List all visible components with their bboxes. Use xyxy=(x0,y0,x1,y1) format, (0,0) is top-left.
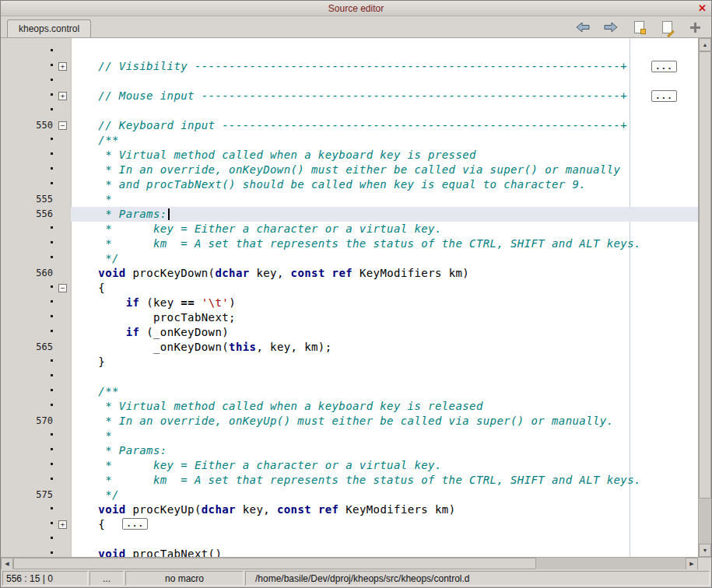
code-text[interactable]: * In an override, onKeyUp() must either … xyxy=(71,414,698,429)
code-text[interactable]: /** xyxy=(71,384,698,399)
code-line[interactable]: */ xyxy=(1,251,698,266)
code-line[interactable] xyxy=(1,369,698,384)
horizontal-scrollbar[interactable]: ◀ ▶ xyxy=(1,557,711,569)
code-line[interactable]: * Virtual method called when a keyboard … xyxy=(1,148,698,163)
next-location-icon[interactable] xyxy=(602,19,619,36)
code-line[interactable]: 560 void procKeyDown(dchar key, const re… xyxy=(1,266,698,281)
code-line[interactable]: + // Mouse input -----------------------… xyxy=(1,89,698,103)
line-number xyxy=(1,384,57,399)
code-line[interactable]: + // Visibility ------------------------… xyxy=(1,59,698,74)
code-text[interactable]: /** xyxy=(71,133,698,148)
code-line[interactable]: 570 * In an override, onKeyUp() must eit… xyxy=(1,414,698,429)
code-line[interactable]: if (key == '\t') xyxy=(1,296,698,310)
code-line[interactable]: * key = Either a character or a virtual … xyxy=(1,458,698,473)
code-line[interactable]: * km = A set that represents the status … xyxy=(1,236,698,251)
code-text[interactable]: if (_onKeyDown) xyxy=(71,325,698,340)
code-text[interactable]: * In an override, onKeyDown() must eithe… xyxy=(71,163,698,177)
tab-kheops-control[interactable]: kheops.control xyxy=(7,19,91,37)
code-line[interactable]: 556 * Params: xyxy=(1,207,698,222)
code-text[interactable]: */ xyxy=(71,488,698,502)
code-text[interactable] xyxy=(71,74,698,89)
vertical-scroll-thumb[interactable] xyxy=(699,51,711,499)
line-number xyxy=(1,44,57,59)
code-line[interactable] xyxy=(1,74,698,89)
code-text[interactable] xyxy=(71,532,698,547)
code-text[interactable]: * and procTabNext() should be called whe… xyxy=(71,177,698,192)
code-text[interactable]: * Params: xyxy=(71,443,698,458)
code-line[interactable]: * xyxy=(1,429,698,443)
code-line[interactable]: procTabNext; xyxy=(1,310,698,325)
code-line[interactable] xyxy=(1,532,698,547)
fold-expand-icon[interactable]: + xyxy=(58,520,67,529)
code-text[interactable]: * Params: xyxy=(71,207,698,222)
code-line[interactable]: * key = Either a character or a virtual … xyxy=(1,222,698,236)
code-line[interactable]: /** xyxy=(1,384,698,399)
code-text[interactable]: * key = Either a character or a virtual … xyxy=(71,222,698,236)
code-line[interactable]: /** xyxy=(1,133,698,148)
folded-code-ellipsis[interactable]: ... xyxy=(651,90,677,102)
fold-collapse-icon[interactable]: − xyxy=(58,284,67,292)
previous-location-icon[interactable] xyxy=(574,19,591,36)
code-line[interactable]: * In an override, onKeyDown() must eithe… xyxy=(1,163,698,177)
horizontal-scroll-track[interactable] xyxy=(13,558,686,569)
code-line[interactable]: * Virtual method called when a keyboard … xyxy=(1,399,698,414)
code-text[interactable] xyxy=(71,44,698,59)
code-line[interactable]: void procKeyUp(dchar key, const ref KeyM… xyxy=(1,502,698,517)
scroll-up-button[interactable]: ▲ xyxy=(699,38,711,51)
code-line[interactable]: * and procTabNext() should be called whe… xyxy=(1,177,698,192)
new-document-icon[interactable] xyxy=(630,19,647,36)
code-text[interactable]: void procKeyDown(dchar key, const ref Ke… xyxy=(71,266,698,281)
fold-expand-icon[interactable]: + xyxy=(58,62,67,71)
code-text[interactable]: } xyxy=(71,355,698,369)
code-editor[interactable]: + // Visibility ------------------------… xyxy=(1,38,698,557)
code-line[interactable]: + {... xyxy=(1,517,698,532)
vertical-scroll-track[interactable] xyxy=(699,51,711,544)
code-text[interactable]: {... xyxy=(71,517,698,532)
code-text[interactable]: { xyxy=(71,281,698,296)
code-line[interactable]: } xyxy=(1,355,698,369)
code-line[interactable] xyxy=(1,103,698,118)
split-view-icon[interactable] xyxy=(686,19,703,36)
code-text[interactable]: void procTabNext() xyxy=(71,547,698,557)
code-line[interactable]: void procTabNext() xyxy=(1,547,698,557)
code-line[interactable]: * km = A set that represents the status … xyxy=(1,473,698,488)
code-text[interactable]: * Virtual method called when a keyboard … xyxy=(71,148,698,163)
code-line[interactable]: * Params: xyxy=(1,443,698,458)
code-text[interactable] xyxy=(71,369,698,384)
code-line[interactable]: 565 _onKeyDown(this, key, km); xyxy=(1,340,698,355)
scroll-down-button[interactable]: ▼ xyxy=(699,544,711,557)
fold-collapse-icon[interactable]: − xyxy=(58,121,67,130)
code-text[interactable]: if (key == '\t') xyxy=(71,296,698,310)
scroll-left-button[interactable]: ◀ xyxy=(1,558,13,570)
titlebar[interactable]: Source editor ✕ xyxy=(1,1,711,16)
code-text[interactable]: // Mouse input -------------------------… xyxy=(71,89,698,103)
code-text[interactable] xyxy=(71,103,698,118)
code-text[interactable]: * key = Either a character or a virtual … xyxy=(71,458,698,473)
code-text[interactable]: * km = A set that represents the status … xyxy=(71,236,698,251)
code-line[interactable]: 575 */ xyxy=(1,488,698,502)
code-line[interactable]: − { xyxy=(1,281,698,296)
folded-code-ellipsis[interactable]: ... xyxy=(122,518,148,530)
code-text[interactable]: procTabNext; xyxy=(71,310,698,325)
code-line[interactable]: if (_onKeyDown) xyxy=(1,325,698,340)
code-text[interactable]: * xyxy=(71,192,698,207)
folded-code-ellipsis[interactable]: ... xyxy=(651,61,677,72)
code-text[interactable]: void procKeyUp(dchar key, const ref KeyM… xyxy=(71,502,698,517)
code-line[interactable]: 555 * xyxy=(1,192,698,207)
scroll-right-button[interactable]: ▶ xyxy=(686,558,698,570)
code-text[interactable]: * km = A set that represents the status … xyxy=(71,473,698,488)
code-text[interactable]: // Keyboard input ----------------------… xyxy=(71,118,698,133)
edit-document-icon[interactable] xyxy=(658,19,675,36)
code-text[interactable]: // Visibility --------------------------… xyxy=(71,59,698,74)
code-line[interactable]: 550− // Keyboard input -----------------… xyxy=(1,118,698,133)
vertical-scrollbar[interactable]: ▲ ▼ xyxy=(698,38,711,557)
close-icon[interactable]: ✕ xyxy=(698,2,707,15)
line-number xyxy=(1,502,57,517)
code-line[interactable] xyxy=(1,44,698,59)
code-text[interactable]: * Virtual method called when a keyboard … xyxy=(71,399,698,414)
code-text[interactable]: */ xyxy=(71,251,698,266)
horizontal-scroll-thumb[interactable] xyxy=(13,558,536,569)
fold-expand-icon[interactable]: + xyxy=(58,92,67,100)
code-text[interactable]: _onKeyDown(this, key, km); xyxy=(71,340,698,355)
code-text[interactable]: * xyxy=(71,429,698,443)
